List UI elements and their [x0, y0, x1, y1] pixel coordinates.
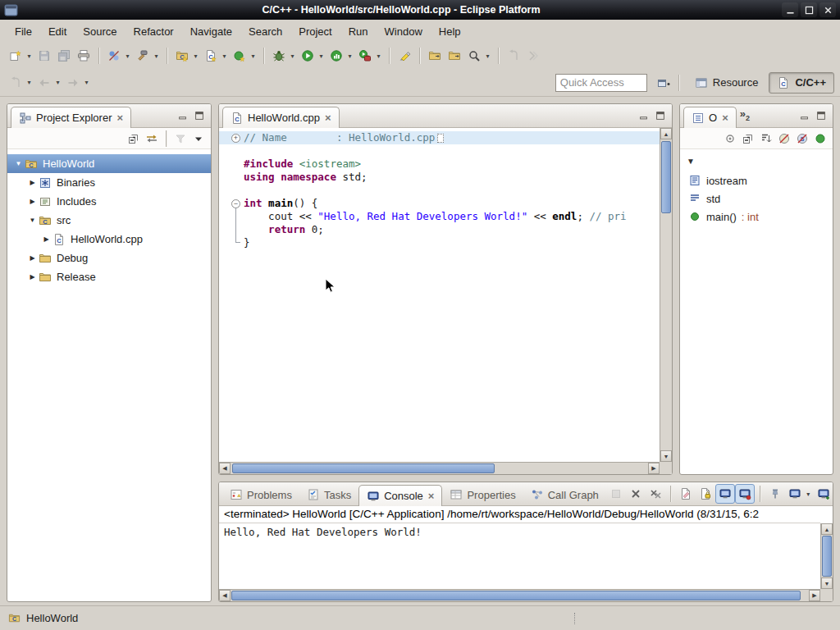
maximize-view-button[interactable] — [652, 107, 669, 124]
expand-arrow-icon[interactable]: ▶ — [26, 198, 39, 205]
scrollbar-thumb[interactable] — [231, 591, 801, 600]
open-console-button[interactable] — [814, 484, 833, 504]
outline-item-std[interactable]: std — [680, 189, 833, 208]
new-c-cpp-source-file-button[interactable]: C — [201, 46, 221, 66]
perspective-c-c[interactable]: CC/C++ — [769, 72, 834, 94]
save-button[interactable] — [34, 46, 54, 66]
scroll-down-button[interactable]: ▼ — [660, 450, 672, 462]
skip-all-breakpoints-button[interactable] — [104, 46, 124, 66]
tab-tasks[interactable]: Tasks — [299, 484, 358, 505]
quick-access-input[interactable] — [555, 74, 647, 92]
focus-button[interactable] — [721, 130, 739, 148]
minimize-view-button[interactable] — [797, 107, 813, 124]
build-dropdown[interactable]: ▾ — [153, 52, 160, 60]
menu-window[interactable]: Window — [377, 22, 431, 41]
console-output[interactable]: Hello, Red Hat Developers World! — [219, 523, 820, 589]
view-menu-button[interactable] — [189, 130, 208, 148]
open-element-button[interactable] — [425, 46, 445, 66]
clear-console-button[interactable] — [676, 484, 696, 504]
maximize-view-button[interactable] — [191, 107, 208, 124]
external-tools-dropdown[interactable]: ▾ — [375, 52, 382, 60]
fold-expand-icon[interactable]: + — [231, 134, 240, 143]
tree-item-includes[interactable]: ▶Includes — [7, 192, 211, 211]
new-dropdown[interactable]: ▾ — [25, 52, 33, 60]
collapse-all-button[interactable] — [125, 130, 143, 148]
back-to-last-edit-dropdown[interactable]: ▾ — [25, 79, 33, 86]
window-maximize-button[interactable] — [801, 2, 817, 17]
window-close-button[interactable] — [819, 2, 836, 17]
show-on-stderr-button[interactable] — [735, 484, 755, 504]
new-c-cpp-class-button[interactable] — [230, 46, 249, 66]
close-icon[interactable]: × — [722, 112, 728, 123]
tree-item-helloworld[interactable]: ▼CHelloWorld — [7, 154, 211, 173]
tab-console[interactable]: Console× — [358, 485, 442, 506]
maximize-view-button[interactable] — [813, 107, 829, 124]
scroll-up-button[interactable]: ▲ — [821, 523, 833, 535]
expand-arrow-icon[interactable]: ▶ — [40, 235, 52, 243]
close-icon[interactable]: × — [428, 491, 435, 501]
menu-run[interactable]: Run — [340, 22, 377, 41]
debug-dropdown[interactable]: ▾ — [289, 52, 296, 60]
back-dropdown[interactable]: ▾ — [54, 79, 62, 86]
hide-fields-button[interactable] — [775, 130, 793, 148]
editor-vertical-scrollbar[interactable]: ▲ ▼ — [660, 128, 672, 462]
code-line-3[interactable]: #include <iostream> — [219, 158, 660, 171]
menu-search[interactable]: Search — [240, 22, 290, 41]
run-button[interactable] — [298, 46, 317, 66]
scrollbar-thumb[interactable] — [822, 536, 832, 577]
profile-dropdown[interactable]: ▾ — [346, 52, 354, 60]
last-edit-location-button[interactable] — [504, 46, 523, 66]
editor-horizontal-scrollbar[interactable]: ◀ ▶ — [219, 462, 660, 474]
display-selected-console-button[interactable] — [785, 484, 805, 504]
collapse-arrow-icon[interactable]: ▼ — [26, 217, 39, 224]
new-c-cpp-project-button[interactable]: C — [172, 46, 192, 66]
outline-tab[interactable]: O × — [683, 107, 737, 128]
fold-collapse-icon[interactable]: − — [231, 199, 240, 208]
back-button[interactable] — [34, 73, 54, 93]
code-line-5[interactable] — [219, 184, 660, 197]
open-resource-button[interactable] — [445, 46, 464, 66]
close-icon[interactable]: × — [116, 112, 123, 123]
back-to-last-edit-button[interactable] — [6, 73, 25, 93]
filters-button[interactable] — [171, 130, 189, 148]
menu-file[interactable]: File — [7, 22, 40, 41]
tree-item-src[interactable]: ▼Csrc — [7, 211, 211, 230]
forward-button[interactable] — [63, 73, 83, 93]
project-explorer-tab[interactable]: Project Explorer × — [11, 107, 131, 128]
hide-static-members-button[interactable]: S — [793, 130, 811, 148]
print-button[interactable] — [74, 46, 94, 66]
tab-problems[interactable]: Problems — [222, 484, 299, 505]
code-line-8[interactable]: return 0; — [219, 223, 660, 236]
code-line-1[interactable]: +// Name : HelloWorld.cpp — [219, 131, 660, 144]
expand-arrow-icon[interactable]: ▶ — [26, 273, 39, 281]
search-dropdown[interactable]: ▾ — [484, 52, 491, 60]
external-tools-button[interactable] — [355, 46, 375, 66]
menu-refactor[interactable]: Refactor — [126, 22, 182, 41]
run-dropdown[interactable]: ▾ — [317, 52, 325, 60]
scroll-up-button[interactable]: ▲ — [660, 128, 672, 139]
link-with-editor-button[interactable] — [143, 130, 161, 148]
profile-button[interactable] — [326, 46, 346, 66]
code-line-4[interactable]: using namespace std; — [219, 171, 660, 184]
collapse-all-button[interactable] — [739, 130, 757, 148]
display-selected-console-dropdown[interactable]: ▾ — [805, 491, 812, 498]
new-c-cpp-source-file-dropdown[interactable]: ▾ — [221, 52, 228, 60]
tree-item-helloworld-cpp[interactable]: ▶CHelloWorld.cpp — [7, 230, 211, 249]
scroll-right-button[interactable]: ▶ — [648, 463, 660, 474]
code-editor[interactable]: +// Name : HelloWorld.cpp#include <iostr… — [219, 128, 660, 462]
close-icon[interactable]: × — [325, 112, 331, 123]
scroll-left-button[interactable]: ◀ — [219, 463, 231, 474]
save-all-button[interactable] — [54, 46, 74, 66]
minimize-view-button[interactable] — [175, 107, 191, 124]
code-line-6[interactable]: −int main() { — [219, 197, 660, 210]
outline-item-iostream[interactable]: iostream — [680, 171, 833, 189]
perspective-resource[interactable]: Resource — [687, 72, 766, 94]
remove-launch-button[interactable] — [626, 484, 646, 504]
menu-navigate[interactable]: Navigate — [182, 22, 240, 41]
remove-all-terminated-button[interactable] — [646, 484, 665, 504]
scroll-lock-button[interactable] — [696, 484, 715, 504]
minimize-view-button[interactable] — [636, 107, 652, 124]
new-c-cpp-class-dropdown[interactable]: ▾ — [249, 52, 257, 60]
forward-dropdown[interactable]: ▾ — [83, 79, 90, 86]
tree-item-binaries[interactable]: ▶Binaries — [7, 173, 211, 192]
